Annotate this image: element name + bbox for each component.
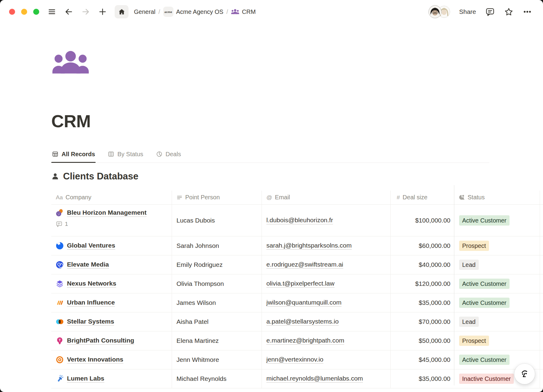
- column-header-point-person[interactable]: Point Person: [172, 191, 262, 204]
- deal-size-cell[interactable]: $50,000.00: [391, 331, 454, 350]
- status-cell[interactable]: Active Customer: [454, 205, 540, 236]
- comment-indicator[interactable]: 1: [56, 221, 68, 227]
- point-person-cell[interactable]: Elena Martinez: [172, 331, 262, 350]
- status-badge[interactable]: Inactive Customer: [459, 374, 514, 384]
- close-button[interactable]: [9, 9, 15, 15]
- new-tab-icon[interactable]: [98, 5, 107, 18]
- deal-size-cell[interactable]: $120,000.00: [391, 274, 454, 293]
- status-badge[interactable]: Lead: [459, 260, 479, 270]
- deal-size-cell[interactable]: $45,000.00: [391, 350, 454, 369]
- breadcrumb-general[interactable]: General: [134, 8, 155, 15]
- email-cell[interactable]: michael.reynolds@lumenlabs.com: [262, 369, 391, 388]
- status-badge[interactable]: Prospect: [459, 241, 489, 251]
- column-header-company[interactable]: AaCompany: [51, 191, 172, 204]
- email-link[interactable]: olivia.t@pixelperfect.law: [266, 280, 335, 288]
- status-badge[interactable]: Prospect: [459, 336, 489, 346]
- company-cell[interactable]: Nexus Networks: [51, 274, 172, 293]
- point-person-cell[interactable]: Lucas Dubois: [172, 205, 262, 236]
- status-cell[interactable]: Prospect: [454, 331, 540, 350]
- email-link[interactable]: jenn@vertexinnov.io: [266, 356, 323, 364]
- deal-size-cell[interactable]: $35,000.00: [391, 293, 454, 312]
- status-cell[interactable]: Lead: [454, 312, 540, 331]
- email-cell[interactable]: e.rodriguez@swiftstream.ai: [262, 255, 391, 274]
- favorite-star-icon[interactable]: [504, 5, 513, 18]
- company-cell[interactable]: Bleu Horizon Management 1: [51, 205, 172, 236]
- column-header-email[interactable]: @Email: [262, 191, 391, 204]
- company-link[interactable]: Urban Influence: [67, 299, 115, 307]
- company-link[interactable]: BrightPath Consulting: [67, 337, 134, 345]
- company-cell[interactable]: Urban Influence: [51, 293, 172, 312]
- status-badge[interactable]: Active Customer: [459, 215, 510, 226]
- menu-icon[interactable]: [47, 5, 57, 18]
- email-cell[interactable]: jwilson@quantumquill.com: [262, 293, 391, 312]
- deal-size-cell[interactable]: $60,000.00: [391, 236, 454, 255]
- point-person-cell[interactable]: Sarah Johnson: [172, 236, 262, 255]
- company-cell[interactable]: Global Ventures: [51, 236, 172, 255]
- company-link[interactable]: Vertex Innovations: [67, 356, 123, 364]
- point-person-cell[interactable]: Jenn Whitmore: [172, 350, 262, 369]
- point-person-cell[interactable]: Emily Rodriguez: [172, 255, 262, 274]
- zoom-button[interactable]: [33, 9, 39, 15]
- email-cell[interactable]: jenn@vertexinnov.io: [262, 350, 391, 369]
- tab-deals[interactable]: Deals: [155, 147, 182, 163]
- forward-icon[interactable]: [81, 5, 91, 18]
- status-badge[interactable]: Active Customer: [459, 355, 510, 365]
- company-link[interactable]: Elevate Media: [67, 261, 109, 269]
- company-link[interactable]: Nexus Networks: [67, 280, 116, 288]
- tab-all-records[interactable]: All Records: [51, 147, 96, 163]
- deal-size-cell[interactable]: $100,000.00: [391, 205, 454, 236]
- point-person-cell[interactable]: James Wilson: [172, 293, 262, 312]
- email-link[interactable]: e.rodriguez@swiftstream.ai: [266, 261, 343, 269]
- comments-icon[interactable]: [485, 5, 495, 18]
- company-cell[interactable]: Elevate Media: [51, 255, 172, 274]
- column-header-status[interactable]: Status: [454, 191, 540, 204]
- breadcrumb-crm[interactable]: CRM: [231, 8, 256, 15]
- email-link[interactable]: jwilson@quantumquill.com: [266, 299, 341, 307]
- page-icon[interactable]: [52, 49, 89, 78]
- email-link[interactable]: e.martinez@brightpath.com: [266, 337, 344, 345]
- status-cell[interactable]: Lead: [454, 255, 540, 274]
- more-options-icon[interactable]: [522, 5, 532, 18]
- company-link[interactable]: Global Ventures: [67, 242, 115, 250]
- email-link[interactable]: michael.reynolds@lumenlabs.com: [266, 375, 363, 383]
- point-person-cell[interactable]: Olivia Thompson: [172, 274, 262, 293]
- breadcrumb-workspace[interactable]: acme Acme Agency OS: [163, 7, 224, 17]
- email-cell[interactable]: e.martinez@brightpath.com: [262, 331, 391, 350]
- status-cell[interactable]: Active Customer: [454, 274, 540, 293]
- notion-ai-button[interactable]: [514, 364, 535, 384]
- company-link[interactable]: Stellar Systems: [67, 318, 114, 326]
- status-cell[interactable]: Prospect: [454, 236, 540, 255]
- status-badge[interactable]: Active Customer: [459, 298, 510, 308]
- point-person-cell[interactable]: Michael Reynolds: [172, 369, 262, 388]
- deal-size-cell[interactable]: $35,000.00: [391, 369, 454, 388]
- minimize-button[interactable]: [21, 9, 27, 15]
- email-cell[interactable]: sarah.j@brightsparksolns.com: [262, 236, 391, 255]
- status-cell[interactable]: Active Customer: [454, 293, 540, 312]
- deal-size-cell[interactable]: $70,000.00: [391, 312, 454, 331]
- email-cell[interactable]: l.dubois@bleuhorizon.fr: [262, 205, 391, 236]
- email-link[interactable]: l.dubois@bleuhorizon.fr: [266, 217, 333, 224]
- company-link[interactable]: Bleu Horizon Management: [67, 209, 147, 217]
- back-icon[interactable]: [64, 5, 74, 18]
- company-link[interactable]: Lumen Labs: [67, 375, 104, 383]
- deal-size-cell[interactable]: $40,000.00: [391, 255, 454, 274]
- email-link[interactable]: a.patel@stellarsystems.io: [266, 318, 339, 326]
- home-icon[interactable]: [115, 5, 129, 18]
- company-cell[interactable]: Stellar Systems: [51, 312, 172, 331]
- column-label: Company: [65, 194, 91, 201]
- point-person-cell[interactable]: Aisha Patel: [172, 312, 262, 331]
- avatar[interactable]: [428, 5, 442, 18]
- company-cell[interactable]: T BrightPath Consulting: [51, 331, 172, 350]
- share-button[interactable]: Share: [459, 8, 476, 15]
- company-cell[interactable]: Vertex Innovations: [51, 350, 172, 369]
- email-cell[interactable]: a.patel@stellarsystems.io: [262, 312, 391, 331]
- email-link[interactable]: sarah.j@brightsparksolns.com: [266, 242, 352, 250]
- company-cell[interactable]: Lumen Labs: [51, 369, 172, 388]
- status-badge[interactable]: Lead: [459, 317, 479, 327]
- status-badge[interactable]: Active Customer: [459, 279, 510, 289]
- row-spacer: [540, 236, 543, 255]
- column-header-deal-size[interactable]: #Deal size: [391, 191, 454, 204]
- breadcrumb: General / acme Acme Agency OS / CRM: [134, 7, 256, 17]
- email-cell[interactable]: olivia.t@pixelperfect.law: [262, 274, 391, 293]
- tab-by-status[interactable]: By Status: [107, 147, 144, 163]
